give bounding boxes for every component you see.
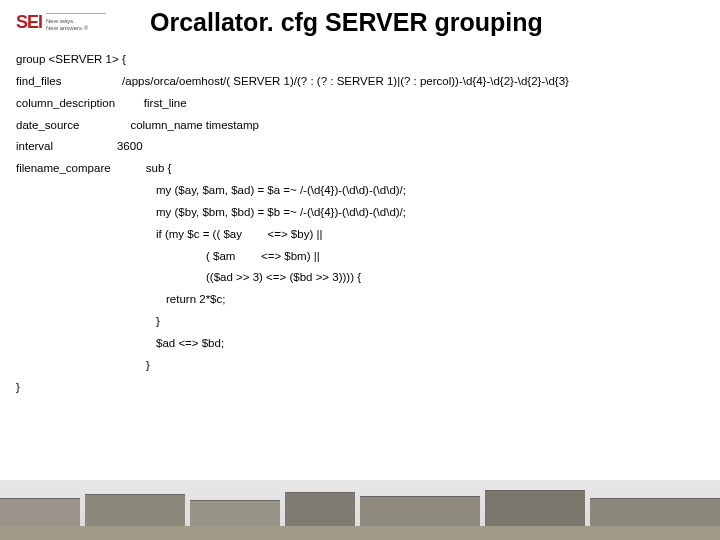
code-line: (($ad >> 3) <=> ($bd >> 3)))) { [16,267,704,289]
sei-logo: SEI New ways. New answers.® [16,12,106,33]
code-line: my ($by, $bm, $bd) = $b =~ /-(\d{4})-(\d… [16,202,704,224]
code-line: interval 3600 [16,136,704,158]
code-line: find_files /apps/orca/oemhost/( SERVER 1… [16,71,704,93]
code-line: } [16,311,704,333]
page-title: Orcallator. cfg SERVER grouping [150,8,543,37]
code-line: if (my $c = (( $ay <=> $by) || [16,224,704,246]
code-line: } [16,355,704,377]
code-line: $ad <=> $bd; [16,333,704,355]
code-line: ( $am <=> $bm) || [16,246,704,268]
code-line: } [16,377,704,399]
code-line: date_source column_name timestamp [16,115,704,137]
code-line: group <SERVER 1> { [16,49,704,71]
code-line: return 2*$c; [16,289,704,311]
config-code-block: group <SERVER 1> { find_files /apps/orca… [0,41,720,399]
slide-header: SEI New ways. New answers.® Orcallator. … [0,0,720,41]
code-line: my ($ay, $am, $ad) = $a =~ /-(\d{4})-(\d… [16,180,704,202]
logo-brand: SEI [16,12,42,33]
footer-illustration [0,480,720,540]
logo-tagline: New ways. New answers.® [46,13,106,31]
code-line: column_description first_line [16,93,704,115]
code-line: filename_compare sub { [16,158,704,180]
